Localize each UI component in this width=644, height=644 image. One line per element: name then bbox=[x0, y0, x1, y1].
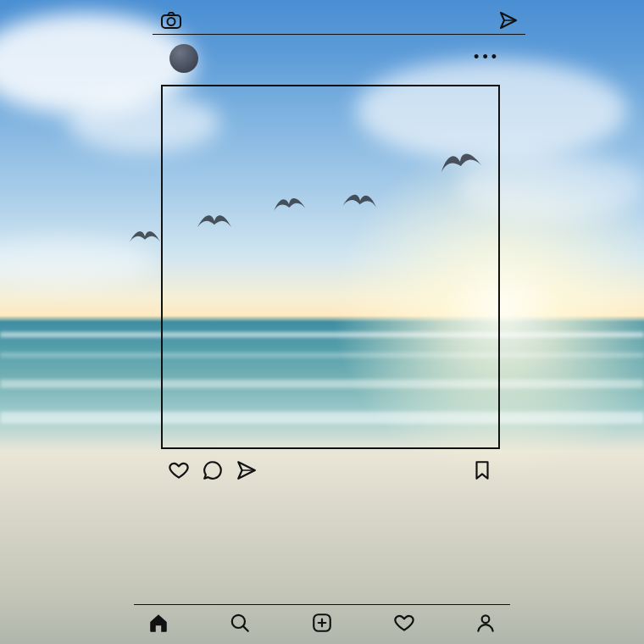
camera-icon[interactable] bbox=[159, 8, 183, 32]
share-icon[interactable] bbox=[236, 459, 258, 481]
add-post-icon[interactable] bbox=[311, 612, 333, 634]
svg-point-4 bbox=[482, 615, 490, 623]
direct-message-icon[interactable] bbox=[498, 10, 519, 31]
profile-icon[interactable] bbox=[475, 612, 497, 634]
activity-icon[interactable] bbox=[393, 612, 415, 634]
search-icon[interactable] bbox=[229, 612, 251, 634]
svg-point-1 bbox=[168, 18, 175, 25]
bookmark-icon[interactable] bbox=[471, 459, 493, 481]
top-bar bbox=[153, 7, 525, 35]
profile-row: ••• bbox=[161, 44, 508, 73]
heart-icon[interactable] bbox=[168, 459, 190, 481]
more-options-icon[interactable]: ••• bbox=[474, 53, 500, 61]
home-icon[interactable] bbox=[147, 612, 169, 634]
post-frame[interactable] bbox=[161, 85, 500, 449]
post-action-row bbox=[168, 459, 493, 485]
avatar[interactable] bbox=[169, 44, 198, 73]
comment-icon[interactable] bbox=[202, 459, 224, 481]
bottom-nav bbox=[134, 604, 510, 636]
